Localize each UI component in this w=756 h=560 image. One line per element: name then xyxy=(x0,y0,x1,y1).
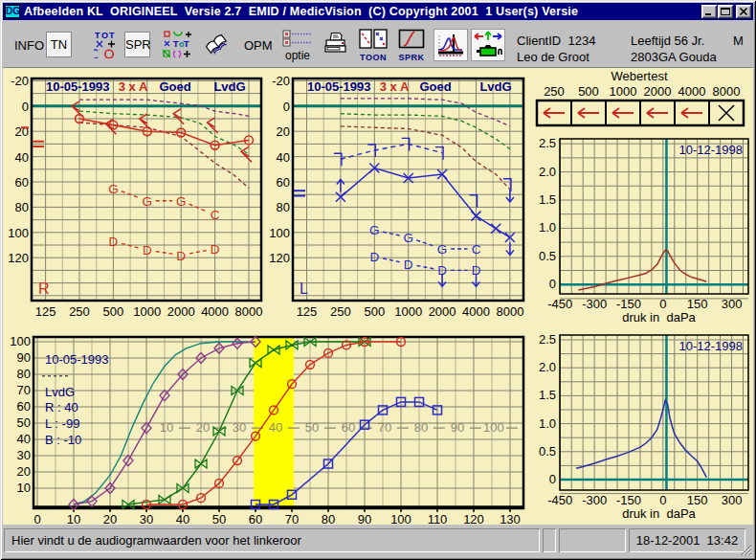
svg-text:60: 60 xyxy=(15,175,29,190)
svg-text:4000: 4000 xyxy=(201,304,229,319)
svg-text:LvdG: LvdG xyxy=(479,79,511,94)
svg-text:60: 60 xyxy=(277,175,290,190)
optie-label: optie xyxy=(281,49,314,62)
svg-text:D: D xyxy=(143,243,152,258)
svg-text:T: T xyxy=(109,31,115,40)
svg-text:70: 70 xyxy=(285,512,299,525)
svg-text:50: 50 xyxy=(212,512,226,525)
svg-text:500: 500 xyxy=(578,84,599,99)
app-icon[interactable]: DG xyxy=(5,5,20,18)
svg-text:90: 90 xyxy=(17,350,31,365)
opm-button[interactable]: OPM xyxy=(244,38,273,53)
svg-text:90: 90 xyxy=(358,512,371,525)
book-icon-button[interactable] xyxy=(204,33,229,59)
svg-text:8000: 8000 xyxy=(235,304,263,319)
svg-text:R : 40: R : 40 xyxy=(45,400,78,414)
svg-text:0.5: 0.5 xyxy=(539,249,556,263)
spr-button[interactable]: SPR xyxy=(124,32,150,57)
charts-canvas: -200204060801001201252505001000200040008… xyxy=(3,68,753,525)
tympanogram-left: 00.51.01.52.02.5-450-300-1500150300druk … xyxy=(539,332,748,521)
svg-text:R: R xyxy=(38,280,50,297)
svg-text:0: 0 xyxy=(283,100,290,114)
svg-text:8000: 8000 xyxy=(713,84,741,99)
svg-text:10: 10 xyxy=(160,420,173,435)
svg-text:-300: -300 xyxy=(582,297,607,311)
svg-text:1.0: 1.0 xyxy=(539,220,556,235)
svg-text:-20: -20 xyxy=(11,74,29,88)
svg-text:30: 30 xyxy=(17,448,31,462)
svg-text:2.5: 2.5 xyxy=(539,136,556,150)
print-button[interactable] xyxy=(322,32,347,58)
svg-text:L : -99: L : -99 xyxy=(45,416,79,431)
svg-text:100: 100 xyxy=(483,420,504,435)
optie-button[interactable]: optie xyxy=(281,30,314,62)
svg-text:4000: 4000 xyxy=(462,304,490,319)
svg-text:-20: -20 xyxy=(272,74,290,88)
svg-text:D: D xyxy=(369,250,379,264)
resize-grip[interactable] xyxy=(739,543,752,556)
svg-text:LvdG: LvdG xyxy=(45,385,75,399)
svg-text:30: 30 xyxy=(233,420,246,435)
app-window: DG Afbeelden KL ORIGINEEL Versie 2.7 EMI… xyxy=(0,0,756,560)
svg-text:4000: 4000 xyxy=(678,84,706,99)
book-icon xyxy=(204,33,229,56)
svg-text:1000: 1000 xyxy=(394,304,422,319)
svg-text:3 x A: 3 x A xyxy=(119,79,148,94)
toon-label: TOON xyxy=(359,53,388,62)
svg-text:100: 100 xyxy=(8,226,29,240)
client-id: ClientID 1234 xyxy=(517,34,595,48)
probe-test-button[interactable] xyxy=(471,29,505,61)
toolbar: INFO TN T O T SPR T o T xyxy=(3,20,753,68)
svg-text:80: 80 xyxy=(277,200,290,214)
svg-text:-150: -150 xyxy=(616,297,641,311)
svg-text:150: 150 xyxy=(687,297,708,311)
close-button[interactable] xyxy=(736,5,751,18)
tympanogram-view-icon xyxy=(434,30,467,60)
printer-icon xyxy=(322,32,347,55)
svg-text:D: D xyxy=(176,249,186,263)
svg-text:40: 40 xyxy=(176,512,189,525)
svg-text:-450: -450 xyxy=(547,297,572,311)
maximize-icon xyxy=(718,5,733,18)
app-icon-text: DG xyxy=(6,6,20,16)
svg-text:1000: 1000 xyxy=(610,84,637,99)
svg-text:120: 120 xyxy=(463,512,484,525)
status-message: Hier vindt u de audiogramwaarden voor he… xyxy=(4,528,540,552)
svg-text:40: 40 xyxy=(17,432,31,446)
svg-text:O: O xyxy=(101,31,108,40)
svg-text:G: G xyxy=(108,182,119,196)
svg-text:60: 60 xyxy=(17,399,31,414)
svg-text:100: 100 xyxy=(390,512,411,525)
spr-tot-icon-button[interactable]: T o T xyxy=(162,30,192,62)
speech-audiogram: 1020304050607080901000102030405060708090… xyxy=(10,334,523,525)
svg-text:1.5: 1.5 xyxy=(539,388,556,402)
svg-text:2.0: 2.0 xyxy=(539,165,556,179)
spr-tot-icon: T o T xyxy=(162,30,192,58)
maximize-button[interactable] xyxy=(718,5,733,18)
toon-button[interactable]: TOON xyxy=(359,29,388,62)
audiogram-left: -200204060801001201252505001000200040008… xyxy=(269,74,523,319)
svg-text:T: T xyxy=(184,39,189,49)
svg-text:40: 40 xyxy=(269,420,282,435)
svg-text:40: 40 xyxy=(15,150,29,165)
info-button[interactable]: INFO xyxy=(14,38,44,53)
svg-text:500: 500 xyxy=(103,304,124,319)
svg-text:20: 20 xyxy=(277,124,290,139)
client-gender: M xyxy=(733,34,744,48)
svg-text:2000: 2000 xyxy=(167,304,195,319)
svg-text:Goed: Goed xyxy=(159,79,190,94)
svg-text:120: 120 xyxy=(8,251,29,265)
svg-text:10-05-1993: 10-05-1993 xyxy=(45,352,109,367)
tn-button[interactable]: TN xyxy=(46,32,72,57)
svg-text:G: G xyxy=(403,231,413,245)
svg-text:20: 20 xyxy=(17,464,31,479)
minimize-button[interactable] xyxy=(701,5,717,18)
main-area: -200204060801001201252505001000200040008… xyxy=(3,67,753,525)
svg-text:-150: -150 xyxy=(616,493,641,507)
sprk-button[interactable]: SPRK xyxy=(398,29,425,62)
svg-text:D: D xyxy=(404,258,413,272)
tympanogram-view-button[interactable] xyxy=(434,29,468,61)
svg-text:0: 0 xyxy=(659,297,666,311)
webertest: Webertest2505001000200040008000 xyxy=(537,69,744,125)
tot-icon-button[interactable]: T O T xyxy=(94,30,117,62)
